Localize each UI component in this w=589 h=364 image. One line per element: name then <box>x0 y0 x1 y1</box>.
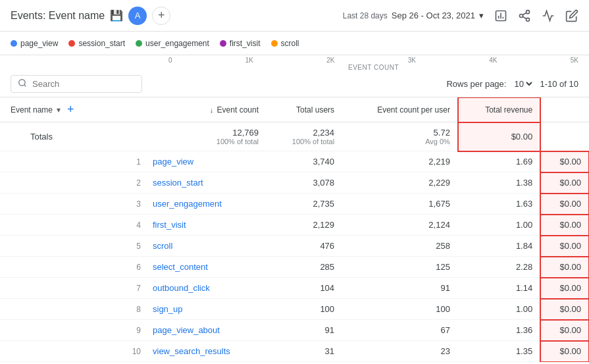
add-column-button[interactable]: + <box>64 103 77 117</box>
axis-label: 3K <box>408 57 416 64</box>
event-name-link[interactable]: page_view <box>153 157 193 167</box>
event-name-cell: page_view_about <box>145 320 267 341</box>
pagination-info: 1-10 of 10 <box>540 79 578 89</box>
row-number: 5 <box>0 236 145 257</box>
total-revenue-cell: $0.00 <box>540 278 589 299</box>
event-count-per-user-cell: 1.63 <box>458 194 540 215</box>
event-name-cell: outbound_click <box>145 278 267 299</box>
share-icon-button[interactable] <box>518 9 531 22</box>
event-count-header[interactable]: ↓ Event count <box>145 97 267 122</box>
legend-item-page_view: page_view <box>11 39 58 48</box>
event-count-per-user-cell: 1.36 <box>458 320 540 341</box>
search-icon <box>18 78 27 90</box>
event-name-link[interactable]: user_engagement <box>153 199 222 209</box>
table-container: Event name ▾ + ↓ Event count Total users… <box>0 97 589 362</box>
table-row: 4 first_visit 2,129 2,124 1.00 $0.00 <box>0 215 589 236</box>
header: Events: Event name 💾 A + Last 28 days Se… <box>0 0 589 32</box>
add-button[interactable]: + <box>152 7 170 25</box>
table-row: 7 outbound_click 104 91 1.14 $0.00 <box>0 278 589 299</box>
axis-label: 2K <box>326 57 334 64</box>
total-users-cell: 2,229 <box>342 172 458 194</box>
table-row: 8 sign_up 100 100 1.00 $0.00 <box>0 299 589 320</box>
date-range-dropdown-icon: ▾ <box>479 11 484 20</box>
date-range-label: Last 28 days <box>343 11 388 20</box>
header-left: Events: Event name 💾 A + <box>11 7 170 25</box>
trend-icon <box>542 9 555 22</box>
svg-point-5 <box>520 14 523 17</box>
row-number: 6 <box>0 257 145 278</box>
event-name-link[interactable]: sign_up <box>153 304 183 314</box>
event-count-cell: 3,078 <box>267 172 342 194</box>
legend-label: first_visit <box>230 39 261 48</box>
event-name-link[interactable]: outbound_click <box>153 283 210 293</box>
event-count-per-user-cell: 1.00 <box>458 299 540 320</box>
totals-row: Totals 12,769 100% of total 2,234 100% o… <box>0 122 589 151</box>
events-table: Event name ▾ + ↓ Event count Total users… <box>0 97 589 362</box>
total-revenue-cell: $0.00 <box>540 236 589 257</box>
rows-per-page-label: Rows per page: <box>446 79 506 89</box>
event-name-link[interactable]: scroll <box>153 241 172 251</box>
event-count-cell: 2,735 <box>267 194 342 215</box>
total-users-cell: 2,124 <box>342 215 458 236</box>
event-name-link[interactable]: session_start <box>153 178 203 188</box>
event-count-per-user-cell: 2.28 <box>458 257 540 278</box>
trend-icon-button[interactable] <box>542 9 555 22</box>
legend-item-user_engagement: user_engagement <box>136 39 209 48</box>
total-revenue-cell: $0.00 <box>540 194 589 215</box>
edit-icon-button[interactable] <box>565 9 578 22</box>
total-revenue-cell: $0.00 <box>540 257 589 278</box>
edit-icon <box>565 9 578 22</box>
total-users-cell: 1,675 <box>342 194 458 215</box>
event-name-link[interactable]: first_visit <box>153 220 186 230</box>
total-users-cell: 100 <box>342 299 458 320</box>
search-input[interactable] <box>32 79 135 89</box>
row-number: 1 <box>0 151 145 172</box>
event-name-link[interactable]: page_view_about <box>153 325 220 335</box>
legend-label: page_view <box>20 39 58 48</box>
event-count-cell: 31 <box>267 341 342 362</box>
avatar[interactable]: A <box>128 7 147 25</box>
report-icon <box>494 9 507 22</box>
svg-point-4 <box>526 10 530 13</box>
date-range-picker[interactable]: Last 28 days Sep 26 - Oct 23, 2021 ▾ <box>343 11 484 20</box>
event-count-per-user-header[interactable]: Event count per user <box>342 97 458 122</box>
svg-line-10 <box>24 85 26 87</box>
report-icon-button[interactable] <box>494 9 507 22</box>
row-number: 4 <box>0 215 145 236</box>
search-box[interactable] <box>11 75 142 93</box>
rows-per-page-select[interactable]: 10 25 50 <box>511 78 534 90</box>
total-users-cell: 91 <box>342 278 458 299</box>
pagination-controls: Rows per page: 10 25 50 1-10 of 10 <box>446 78 578 90</box>
svg-line-7 <box>523 16 526 18</box>
event-name-link[interactable]: view_search_results <box>153 346 230 356</box>
event-count-per-user-cell: 1.69 <box>458 151 540 172</box>
event-count-cell: 285 <box>267 257 342 278</box>
table-row: 3 user_engagement 2,735 1,675 1.63 $0.00 <box>0 194 589 215</box>
row-number: 2 <box>0 172 145 194</box>
total-revenue-cell: $0.00 <box>540 215 589 236</box>
event-name-cell: user_engagement <box>145 194 267 215</box>
event-count-cell: 3,740 <box>267 151 342 172</box>
svg-line-8 <box>523 13 526 14</box>
axis-label: 1K <box>245 57 253 64</box>
event-name-cell: view_search_results <box>145 341 267 362</box>
event-count-per-user-cell: 1.14 <box>458 278 540 299</box>
table-row: 10 view_search_results 31 23 1.35 $0.00 <box>0 341 589 362</box>
row-number: 9 <box>0 320 145 341</box>
date-range-value: Sep 26 - Oct 23, 2021 <box>392 11 475 20</box>
total-revenue-cell: $0.00 <box>540 172 589 194</box>
totals-total-revenue: $0.00 <box>458 122 540 151</box>
legend-dot <box>271 40 278 47</box>
event-name-sort-icon[interactable]: ▾ <box>57 105 61 115</box>
axis-title: EVENT COUNT <box>168 64 578 71</box>
event-name-link[interactable]: select_content <box>153 262 208 272</box>
total-revenue-header[interactable]: Total revenue <box>458 97 540 122</box>
save-icon[interactable]: 💾 <box>110 9 123 22</box>
event-count-per-user-cell: 1.38 <box>458 172 540 194</box>
total-users-cell: 67 <box>342 320 458 341</box>
legend-item-first_visit: first_visit <box>220 39 261 48</box>
total-revenue-cell: $0.00 <box>540 341 589 362</box>
total-users-header[interactable]: Total users <box>267 97 342 122</box>
legend-dot <box>68 40 75 47</box>
legend-label: session_start <box>78 39 125 48</box>
